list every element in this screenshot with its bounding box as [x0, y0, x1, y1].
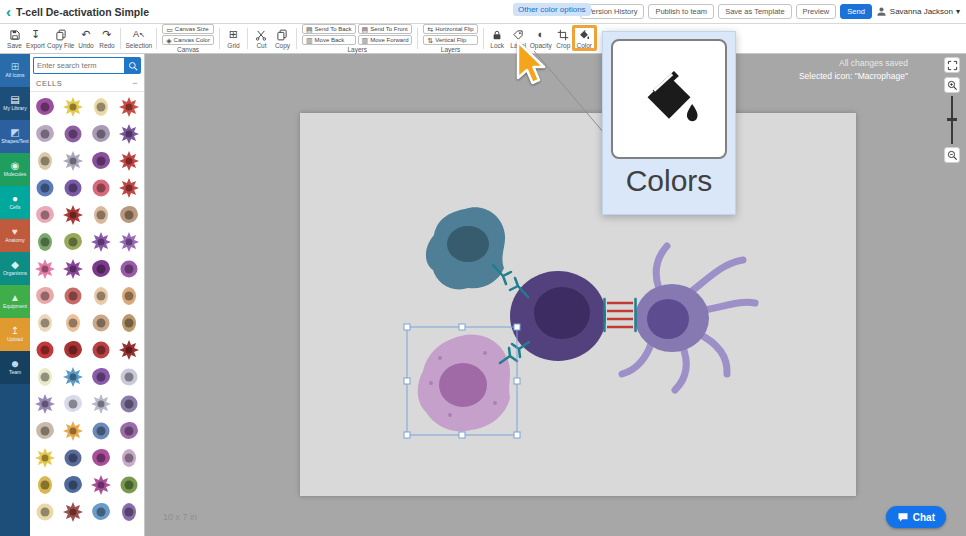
opacity-button[interactable]: ◐ Opacity: [529, 24, 553, 53]
cell-thumbnail[interactable]: [88, 94, 115, 120]
search-button[interactable]: [124, 57, 141, 74]
sidebar-item-my-library[interactable]: ▤My Library: [0, 87, 30, 120]
cell-thumbnail[interactable]: [115, 94, 142, 120]
sidebar-item-all-icons[interactable]: ⊞All Icons: [0, 54, 30, 87]
cell-thumbnail[interactable]: [88, 283, 115, 309]
cell-thumbnail[interactable]: [32, 175, 59, 201]
copy-button[interactable]: Copy: [272, 24, 293, 53]
vertical-flip-button[interactable]: ⇅Vertical Flip: [423, 35, 477, 45]
cell-thumbnail[interactable]: [115, 229, 142, 255]
zoom-out-button[interactable]: [944, 147, 960, 163]
move-back-button[interactable]: ▥Move Back: [302, 35, 356, 45]
zoom-in-button[interactable]: [944, 77, 960, 93]
cell-thumbnail[interactable]: [60, 283, 87, 309]
sidebar-item-molecules[interactable]: ◉Molecules: [0, 153, 30, 186]
cells-section-header[interactable]: CELLS −: [30, 77, 144, 92]
copy-file-button[interactable]: Copy File: [46, 24, 75, 53]
cell-thumbnail[interactable]: [88, 256, 115, 282]
cell-dendritic[interactable]: [635, 284, 709, 352]
cell-thumbnail[interactable]: [88, 229, 115, 255]
cell-thumbnail[interactable]: [88, 445, 115, 471]
cell-thumbnail[interactable]: [60, 148, 87, 174]
cell-thumbnail[interactable]: [60, 229, 87, 255]
artboard[interactable]: [300, 113, 856, 496]
cell-thumbnail[interactable]: [60, 418, 87, 444]
sidebar-item-team[interactable]: ☻Team: [0, 351, 30, 384]
cell-thumbnail[interactable]: [60, 121, 87, 147]
cell-thumbnail[interactable]: [60, 256, 87, 282]
lock-button[interactable]: Lock: [487, 24, 508, 53]
cell-thumbnail[interactable]: [32, 418, 59, 444]
cell-thumbnail[interactable]: [32, 310, 59, 336]
cell-thumbnail[interactable]: [115, 202, 142, 228]
cell-thumbnail[interactable]: [115, 364, 142, 390]
selection-tool-button[interactable]: A↖ Selection: [124, 24, 153, 53]
cell-thumbnail[interactable]: [32, 94, 59, 120]
cell-thumbnail[interactable]: [115, 310, 142, 336]
export-button[interactable]: ↧ Export: [25, 24, 46, 53]
cell-thumbnail[interactable]: [32, 121, 59, 147]
cell-thumbnail[interactable]: [60, 445, 87, 471]
canvas-color-button[interactable]: ◈Canvas Color: [162, 35, 214, 45]
zoom-slider-handle[interactable]: [947, 118, 957, 121]
search-input[interactable]: [33, 57, 124, 74]
undo-button[interactable]: ↶ Undo: [75, 24, 96, 53]
cell-thumbnail[interactable]: [60, 310, 87, 336]
cell-thumbnail[interactable]: [88, 472, 115, 498]
user-menu[interactable]: Savanna Jackson ▾: [876, 6, 960, 17]
cell-thumbnail[interactable]: [60, 175, 87, 201]
cell-thumbnail[interactable]: [88, 121, 115, 147]
cell-thumbnail[interactable]: [115, 148, 142, 174]
cell-thumbnail[interactable]: [32, 499, 59, 525]
chat-button[interactable]: Chat: [886, 506, 946, 528]
cell-thumbnail[interactable]: [88, 499, 115, 525]
sidebar-item-organisms[interactable]: ◆Organisms: [0, 252, 30, 285]
canvas-area[interactable]: All changes saved Selected icon: "Macrop…: [145, 54, 966, 536]
cell-thumbnail[interactable]: [115, 499, 142, 525]
collapse-icon[interactable]: −: [132, 79, 138, 88]
crop-button[interactable]: Crop: [553, 24, 574, 53]
move-forward-button[interactable]: ▥Move Forward: [358, 35, 413, 45]
publish-to-team-button[interactable]: Publish to team: [648, 4, 714, 20]
back-icon[interactable]: ‹: [6, 4, 11, 19]
horizontal-flip-button[interactable]: ⇆Horizontal Flip: [423, 24, 477, 34]
send-button[interactable]: Send: [840, 4, 872, 20]
save-as-template-button[interactable]: Save as Template: [718, 4, 791, 20]
illustration-canvas[interactable]: [300, 113, 856, 496]
cell-thumbnail[interactable]: [60, 364, 87, 390]
cell-thumbnail[interactable]: [115, 391, 142, 417]
cell-thumbnail[interactable]: [88, 202, 115, 228]
sidebar-item-anatomy[interactable]: ♥Anatomy: [0, 219, 30, 252]
preview-button[interactable]: Preview: [796, 4, 837, 20]
sidebar-item-cells[interactable]: ●Cells: [0, 186, 30, 219]
sidebar-item-shapes-text[interactable]: ◩Shapes/Text: [0, 120, 30, 153]
cell-thumbnail[interactable]: [60, 391, 87, 417]
cell-thumbnail[interactable]: [88, 337, 115, 363]
color-button[interactable]: Color: [574, 24, 595, 53]
cell-thumbnail[interactable]: [88, 391, 115, 417]
cell-thumbnail[interactable]: [60, 499, 87, 525]
cell-thumbnail[interactable]: [88, 418, 115, 444]
sidebar-item-upload[interactable]: ↥Upload: [0, 318, 30, 351]
cell-thumbnail[interactable]: [32, 445, 59, 471]
cell-macrophage-selected[interactable]: [418, 335, 510, 432]
cell-thumbnail[interactable]: [60, 94, 87, 120]
cell-thumbnail[interactable]: [32, 283, 59, 309]
cell-thumbnail[interactable]: [88, 310, 115, 336]
cell-thumbnail[interactable]: [115, 472, 142, 498]
cell-thumbnail[interactable]: [32, 337, 59, 363]
cell-thumbnail[interactable]: [32, 472, 59, 498]
cell-thumbnail[interactable]: [115, 121, 142, 147]
cell-thumbnail[interactable]: [88, 148, 115, 174]
zoom-slider[interactable]: [951, 96, 953, 144]
sidebar-item-equipment[interactable]: ▲Equipment: [0, 285, 30, 318]
cut-button[interactable]: Cut: [251, 24, 272, 53]
cell-thumbnail[interactable]: [115, 175, 142, 201]
cell-thumbnail[interactable]: [32, 229, 59, 255]
grid-button[interactable]: ⊞ Grid: [223, 24, 244, 53]
send-to-back-button[interactable]: ▤Send To Back: [302, 24, 356, 34]
save-button[interactable]: Save: [4, 24, 25, 53]
cell-thumbnail[interactable]: [115, 337, 142, 363]
cell-thumbnail[interactable]: [115, 283, 142, 309]
cell-thumbnail[interactable]: [60, 337, 87, 363]
